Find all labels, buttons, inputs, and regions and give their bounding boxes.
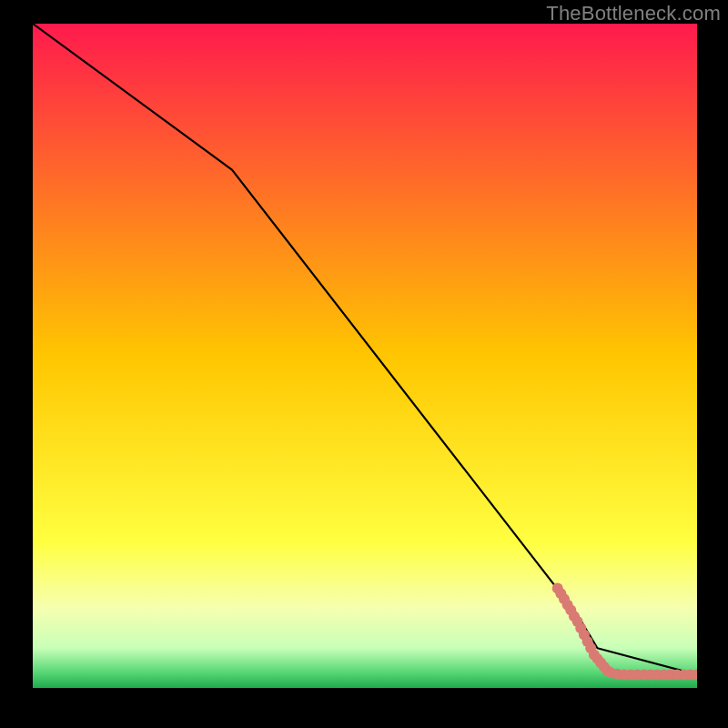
- chart-svg: [33, 24, 697, 688]
- chart-area: [33, 24, 697, 688]
- gradient-background: [33, 24, 697, 688]
- watermark-text: TheBottleneck.com: [546, 2, 721, 25]
